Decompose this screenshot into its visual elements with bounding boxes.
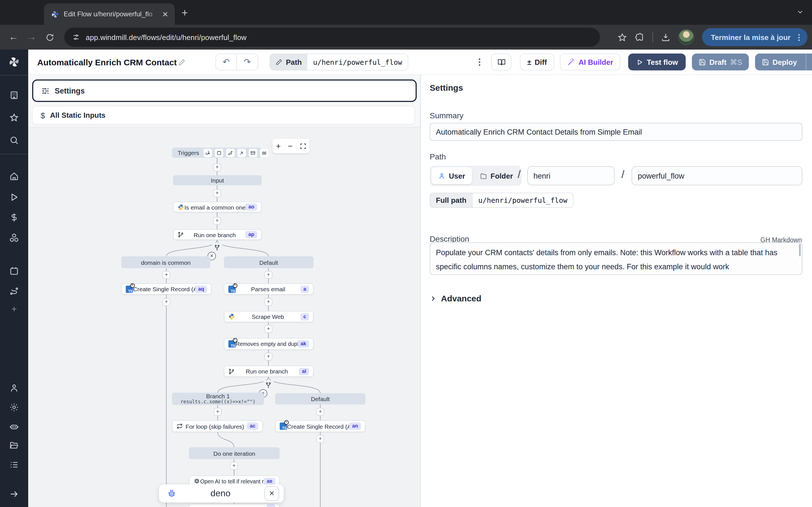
sidebar-item-workspace[interactable] (9, 90, 19, 100)
flow-node-an[interactable]: TS Create Single Record (Airtable) an (275, 420, 365, 432)
fit-view-button[interactable] (300, 143, 306, 149)
flow-branch-default-2[interactable]: Default (275, 393, 365, 404)
triggers-bar[interactable]: Triggers (172, 148, 262, 158)
avatar[interactable] (678, 29, 694, 45)
path-name-input[interactable] (631, 166, 802, 185)
test-flow-button[interactable]: Test flow (628, 54, 686, 70)
add-step-button[interactable]: + (316, 435, 324, 443)
flow-node-ak[interactable]: TS Removes empty and duplicates ak (224, 338, 313, 350)
settings-module-button[interactable]: Settings (32, 79, 417, 102)
deploy-button[interactable]: Deploy (755, 54, 812, 70)
path-pill[interactable]: Path u/henri/powerful_flow (269, 54, 408, 70)
add-step-button[interactable]: + (264, 271, 272, 279)
flow-node-al[interactable]: Run one branch al (224, 365, 313, 377)
flow-node-ap[interactable]: Run one branch ap (173, 229, 262, 240)
zoom-in-button[interactable]: + (276, 142, 281, 151)
flow-node-ao[interactable]: Is email a common one? ao (173, 202, 262, 212)
add-step-button[interactable]: + (264, 325, 272, 333)
flow-node-ac[interactable]: For loop (skip failures) ac (172, 420, 263, 432)
tab-close-icon[interactable]: ✕ (160, 9, 170, 19)
browser-tab[interactable]: Edit Flow u/henri/powerful_flo ✕ (44, 3, 175, 25)
sidebar-item-search[interactable] (9, 135, 19, 145)
bookmark-star-icon[interactable] (617, 33, 627, 42)
site-settings-icon[interactable] (72, 33, 80, 41)
deploy-dropdown-chevron-icon[interactable] (810, 59, 812, 65)
sidebar-item-add[interactable]: + (9, 304, 19, 314)
flow-node-partial[interactable] (189, 504, 280, 507)
email-trigger-icon[interactable] (249, 149, 257, 157)
flow-canvas[interactable]: + − Triggers + Input + Is email a common… (28, 127, 420, 507)
sidebar-item-home[interactable] (9, 171, 19, 181)
windmill-logo-icon[interactable] (8, 56, 20, 68)
sidebar-item-favorites[interactable] (9, 113, 19, 123)
flow-node-aq[interactable]: TS Create Single Record (Airtable) aq (121, 283, 211, 295)
ai-builder-button[interactable]: AI Builder (560, 54, 620, 70)
folder-toggle-button[interactable]: Folder (473, 167, 520, 184)
url-text[interactable]: app.windmill.dev/flows/edit/u/henri/powe… (86, 33, 247, 41)
draft-button[interactable]: Draft ⌘S (692, 54, 749, 70)
zoom-out-button[interactable]: − (288, 142, 292, 151)
branch-split-icon (212, 243, 222, 253)
browser-menu-icon[interactable]: ⋮ (795, 33, 803, 41)
edit-title-pencil-icon[interactable] (178, 58, 185, 66)
route-trigger-icon[interactable] (226, 149, 235, 157)
sidebar-item-schedules[interactable] (9, 266, 19, 276)
all-static-inputs-button[interactable]: $ All Static Inputs (32, 106, 415, 124)
add-step-button[interactable]: + (264, 298, 272, 306)
deno-language-popup[interactable]: deno ✕ (159, 485, 284, 503)
reload-icon[interactable] (42, 29, 57, 45)
add-step-button[interactable]: + (230, 462, 238, 470)
user-toggle-button[interactable]: User (432, 167, 472, 184)
deploy-divider (806, 54, 807, 70)
custom-trigger-icon[interactable] (260, 149, 268, 157)
add-step-button[interactable]: + (213, 189, 221, 197)
flow-branch-domain-is-common[interactable]: domain is common (121, 256, 210, 268)
more-menu-icon[interactable]: ⋮ (475, 57, 484, 67)
path-owner-input[interactable] (527, 166, 615, 185)
forward-icon[interactable]: → (24, 29, 40, 45)
diff-button[interactable]: ± Diff (520, 54, 554, 70)
docs-button[interactable] (491, 54, 511, 70)
add-step-button[interactable]: + (162, 298, 170, 306)
new-tab-button[interactable]: + (182, 7, 188, 19)
sidebar-item-variables[interactable] (9, 212, 19, 223)
textarea-scrollbar[interactable] (799, 244, 801, 256)
download-icon[interactable] (661, 33, 670, 42)
sidebar-item-user[interactable] (9, 383, 19, 393)
sidebar-item-routes[interactable] (9, 286, 19, 296)
schedule-trigger-icon[interactable] (215, 149, 223, 157)
advanced-section-toggle[interactable]: Advanced (430, 293, 481, 303)
webhook-trigger-icon[interactable] (204, 149, 212, 157)
websocket-trigger-icon[interactable] (238, 149, 246, 157)
sidebar-item-runs[interactable] (9, 192, 19, 202)
flow-node-c[interactable]: Scrape Web c (224, 311, 313, 322)
sidebar-item-logs[interactable] (9, 460, 19, 470)
sidebar-item-resources[interactable] (9, 233, 19, 243)
flow-node-a[interactable]: TS Parses email a (224, 283, 313, 295)
summary-input[interactable] (430, 123, 802, 141)
back-icon[interactable]: ← (6, 29, 21, 45)
flow-title[interactable]: Automatically Enrich CRM Contact (37, 57, 185, 67)
flow-branch-1[interactable]: Branch 1 results.c.some((x)=>x!="") (172, 393, 264, 405)
add-step-button[interactable]: + (213, 217, 221, 225)
flow-branch-default-1[interactable]: Default (224, 256, 313, 268)
description-textarea[interactable]: Populate your CRM contacts' details from… (430, 242, 802, 275)
tab-search-chevron-icon[interactable] (793, 4, 808, 19)
flow-node-do-one-iteration[interactable]: Do one iteration (189, 447, 280, 459)
redo-button[interactable]: ↷ (237, 54, 258, 70)
undo-button[interactable]: ↶ (215, 54, 237, 70)
extensions-icon[interactable] (635, 33, 644, 42)
add-step-button[interactable]: + (264, 353, 272, 360)
close-icon[interactable]: ✕ (264, 486, 279, 501)
add-step-button[interactable]: + (316, 408, 324, 416)
sidebar-item-settings[interactable] (9, 402, 19, 412)
flow-node-input[interactable]: Input (173, 175, 262, 185)
add-step-button[interactable]: + (162, 271, 170, 279)
add-step-button[interactable]: + (214, 408, 221, 416)
sidebar-expand-icon[interactable] (9, 489, 19, 499)
url-bar[interactable]: app.windmill.dev/flows/edit/u/henri/powe… (64, 27, 600, 47)
sidebar-item-workers[interactable] (9, 421, 19, 432)
add-step-button[interactable]: + (213, 163, 221, 171)
sidebar-item-folders[interactable] (9, 441, 19, 451)
browser-update-button[interactable]: Terminer la mise à jour ⋮ (702, 28, 808, 46)
